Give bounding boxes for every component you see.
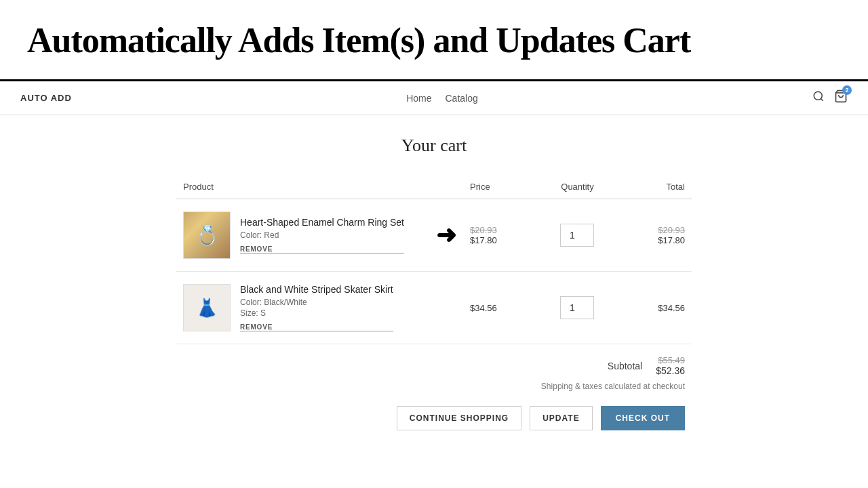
price-discounted-1: $17.80: [470, 235, 532, 245]
hero-banner: Automatically Adds Item(s) and Updates C…: [0, 0, 868, 81]
total-cell-2: $34.56: [616, 272, 692, 344]
product-color-2: Color: Black/White: [240, 298, 393, 307]
nav-link-catalog[interactable]: Catalog: [445, 93, 477, 104]
table-header-row: Product Price Quantity Total: [176, 176, 692, 199]
subtotal-amounts: $55.49 $52.36: [656, 355, 685, 376]
product-image-ring: 💍: [183, 211, 231, 259]
product-info-1: Heart-Shaped Enamel Charm Ring Set Color…: [240, 217, 404, 253]
svg-point-0: [814, 92, 822, 100]
quantity-cell-2: [539, 272, 616, 344]
nav-brand: AUTO ADD: [20, 93, 72, 103]
cart-count: 2: [842, 85, 852, 95]
update-button[interactable]: UPDATE: [530, 406, 592, 430]
quantity-cell-1: [539, 199, 616, 272]
subtotal-original: $55.49: [658, 355, 685, 365]
continue-shopping-button[interactable]: CONTINUE SHOPPING: [397, 406, 521, 430]
cart-title: Your cart: [176, 136, 692, 156]
product-color-1: Color: Red: [240, 230, 404, 240]
search-button[interactable]: [812, 90, 825, 106]
remove-button-2[interactable]: REMOVE: [240, 323, 393, 331]
product-name-1: Heart-Shaped Enamel Charm Ring Set: [240, 217, 404, 228]
product-cell-2: 👗 Black and White Striped Skater Skirt C…: [176, 272, 429, 344]
subtotal-section: Subtotal $55.49 $52.36 Shipping & taxes …: [176, 344, 692, 395]
col-header-total: Total: [616, 176, 692, 199]
price-original-1: $20.93: [470, 225, 532, 235]
table-row: 💍 Heart-Shaped Enamel Charm Ring Set Col…: [176, 199, 692, 272]
total-original-1: $20.93: [658, 225, 685, 235]
price-regular-2: $34.56: [470, 303, 497, 313]
arrow-cell-2: [429, 272, 463, 344]
quantity-input-1[interactable]: [560, 224, 594, 247]
navbar: AUTO ADD Home Catalog 2: [0, 81, 868, 115]
total-discounted-1: $17.80: [658, 235, 685, 245]
search-icon: [812, 90, 825, 102]
col-header-price: Price: [463, 176, 539, 199]
subtotal-row: Subtotal $55.49 $52.36: [608, 355, 685, 376]
cart-table: Product Price Quantity Total 💍 Heart-Sha…: [176, 176, 692, 344]
total-cell-1: $20.93 $17.80: [616, 199, 692, 272]
product-image-skirt: 👗: [183, 284, 231, 331]
price-cell-1: $20.93 $17.80: [463, 199, 539, 272]
nav-link-home[interactable]: Home: [406, 93, 431, 104]
arrow-right-icon: ➜: [436, 221, 456, 249]
total-regular-2: $34.56: [658, 303, 685, 313]
cart-button[interactable]: 2: [834, 89, 848, 106]
nav-icons: 2: [812, 89, 848, 106]
quantity-input-2[interactable]: [560, 296, 594, 319]
col-header-arrow: [429, 176, 463, 199]
hero-title: Automatically Adds Item(s) and Updates C…: [27, 20, 841, 60]
col-header-quantity: Quantity: [539, 176, 616, 199]
shipping-note: Shipping & taxes calculated at checkout: [541, 382, 685, 391]
product-name-2: Black and White Striped Skater Skirt: [240, 284, 393, 295]
product-cell-1: 💍 Heart-Shaped Enamel Charm Ring Set Col…: [176, 199, 429, 272]
col-header-product: Product: [176, 176, 429, 199]
remove-button-1[interactable]: REMOVE: [240, 245, 404, 253]
nav-links: Home Catalog: [406, 93, 478, 104]
subtotal-amount: $52.36: [656, 365, 685, 376]
table-row: 👗 Black and White Striped Skater Skirt C…: [176, 272, 692, 344]
arrow-cell-1: ➜: [429, 199, 463, 272]
cart-actions: CONTINUE SHOPPING UPDATE CHECK OUT: [176, 395, 692, 430]
svg-line-1: [821, 98, 823, 100]
product-size-2: Size: S: [240, 308, 393, 318]
checkout-button[interactable]: CHECK OUT: [601, 406, 685, 430]
price-cell-2: $34.56: [463, 272, 539, 344]
product-info-2: Black and White Striped Skater Skirt Col…: [240, 284, 393, 331]
subtotal-label: Subtotal: [608, 361, 642, 371]
cart-container: Your cart Product Price Quantity Total 💍…: [163, 115, 705, 458]
